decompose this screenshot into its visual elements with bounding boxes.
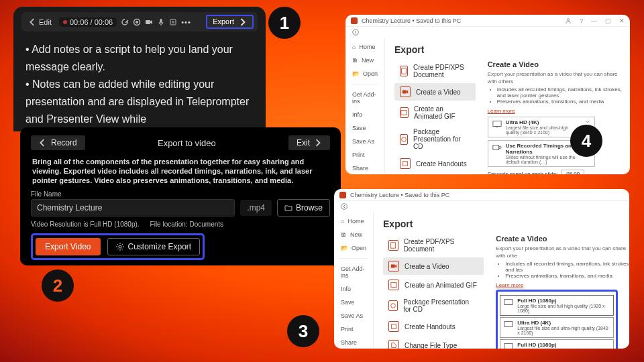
nav-home[interactable]: ⌂ Home [334,216,373,227]
svg-rect-20 [391,283,396,288]
svg-point-5 [119,245,121,248]
mic-icon[interactable] [157,18,165,26]
svg-rect-14 [493,145,499,150]
svg-rect-13 [493,121,501,127]
retake-icon[interactable] [121,18,129,26]
nav-info[interactable]: Info [345,109,384,120]
time-display: 00:06 / 00:06 [59,17,117,27]
back-edit-button[interactable]: Edit [25,17,55,27]
file-ext: .mp4 [240,200,272,216]
browse-button[interactable]: Browse [277,199,330,217]
teleprompter-notes: • Add notes or a script to help you land… [21,32,258,128]
opt-filetype[interactable]: Change File Type [383,337,484,349]
filename-input[interactable] [31,199,235,217]
learn-more-link[interactable]: Learn more [488,108,515,114]
user-icon[interactable] [565,17,572,24]
nav-print[interactable]: Print [334,324,373,335]
record-button[interactable]: Record [31,135,85,150]
filename-label: File Name [31,190,330,198]
cv-heading: Create a Video [488,60,628,68]
doc-title: Chemistry Lecture • Saved to this PC [350,192,449,198]
export-button-row: Export Video Customize Export [31,233,205,260]
opt-filetype[interactable]: Change File Type [394,174,476,174]
cv-li2: Preserves animations, transitions, and m… [505,273,629,279]
opt-cd[interactable]: Package Presentation for CD [383,295,484,316]
nav-open[interactable]: 📂 Open [345,68,384,79]
svg-rect-9 [402,90,407,94]
svg-point-1 [136,21,138,23]
step-badge-1: 1 [268,7,301,39]
back-icon[interactable] [352,29,359,36]
opt-video[interactable]: Create a Video [394,83,476,101]
nav-share[interactable]: Share [345,163,384,174]
nav-print[interactable]: Print [345,149,384,160]
nav-save[interactable]: Save [345,123,384,133]
nav-open[interactable]: 📂 Open [334,243,373,253]
export-title: Export to video [92,138,282,148]
svg-rect-8 [402,68,407,74]
nav-info[interactable]: Info [334,284,373,294]
svg-rect-19 [391,265,395,268]
cv-sub: Export your presentation as a video that… [496,245,629,259]
monitor-icon [492,119,502,129]
create-video-pane: Create a Video Export your presentation … [489,235,629,349]
close-icon[interactable]: ✕ [619,17,625,24]
export-button[interactable]: Export [206,15,254,29]
resolution-option-1[interactable]: Full HD (1080p)Large file size and full … [500,339,614,349]
svg-point-11 [402,137,407,141]
opt-pdf[interactable]: Create PDF/XPS Document [394,60,476,82]
svg-point-7 [353,29,359,36]
step-badge-3: 3 [287,315,319,347]
record-dot-icon [63,20,67,24]
exit-button[interactable]: Exit [288,135,330,150]
seconds-value[interactable]: 05.00 [561,170,584,174]
gear-icon [116,243,124,251]
cv-li1: Includes all recorded timings, narration… [497,86,628,99]
nav-new[interactable]: 🗎 New [345,55,384,66]
opt-handouts[interactable]: Create Handouts [394,155,476,172]
time-text: 00:06 / 00:06 [70,18,113,26]
powerpoint-logo-icon [339,192,346,198]
minimize-icon[interactable]: — [591,17,597,24]
chevron-right-icon [314,139,322,147]
export-blurb: Bring all of the components of the prese… [31,156,330,189]
nav-getaddins[interactable]: Get Add-ins [334,263,373,281]
create-video-pane: Create a Video Export your presentation … [481,60,628,174]
timings-icon [492,143,502,152]
svg-rect-18 [391,243,396,248]
opt-gif[interactable]: Create an Animated GIF [394,102,476,123]
resolution-option-0[interactable]: Ultra HD (4K)Largest file size and ultra… [500,317,614,338]
chevron-down-icon [585,119,590,125]
opt-pdf[interactable]: Create PDF/XPS Document [383,235,484,256]
resolution-current[interactable]: Full HD (1080p)Large file size and full … [500,295,614,316]
opt-video[interactable]: Create a Video [383,257,484,275]
more-icon[interactable]: ••• [181,18,191,26]
opt-cd[interactable]: Package Presentation for CD [394,125,476,154]
back-edit-label: Edit [39,18,52,26]
help-icon[interactable]: ? [580,17,583,24]
note-line-2: • Notes can be added while editing your … [25,76,254,128]
nav-saveas[interactable]: Save As [345,136,384,147]
nav-save[interactable]: Save [334,297,373,308]
record-circle-icon[interactable] [133,18,141,26]
svg-rect-23 [504,300,513,305]
nav-saveas[interactable]: Save As [334,310,373,321]
nav-home[interactable]: ⌂ Home [345,42,384,52]
opt-handouts[interactable]: Create Handouts [383,318,484,335]
nav-getaddins[interactable]: Get Add-ins [345,89,384,107]
svg-rect-10 [401,111,407,115]
camera-icon[interactable] [145,18,153,26]
step-badge-2: 2 [42,269,74,302]
export-video-button[interactable]: Export Video [36,238,101,255]
maximize-icon[interactable]: ▢ [605,17,611,24]
back-icon[interactable] [341,203,347,210]
notes-icon[interactable] [169,18,177,26]
customize-export-button[interactable]: Customize Export [107,238,201,255]
export-dialog: Record Export to video Exit Bring all of… [20,127,341,265]
nav-new[interactable]: 🗎 New [334,229,373,240]
learn-more-link[interactable]: Learn more [496,282,523,288]
nav-share[interactable]: Share [334,337,373,348]
backstage-nav: ⌂ Home 🗎 New 📂 Open Get Add-ins Info Sav… [334,212,374,349]
svg-point-6 [567,18,569,20]
opt-gif[interactable]: Create an Animated GIF [383,276,484,294]
